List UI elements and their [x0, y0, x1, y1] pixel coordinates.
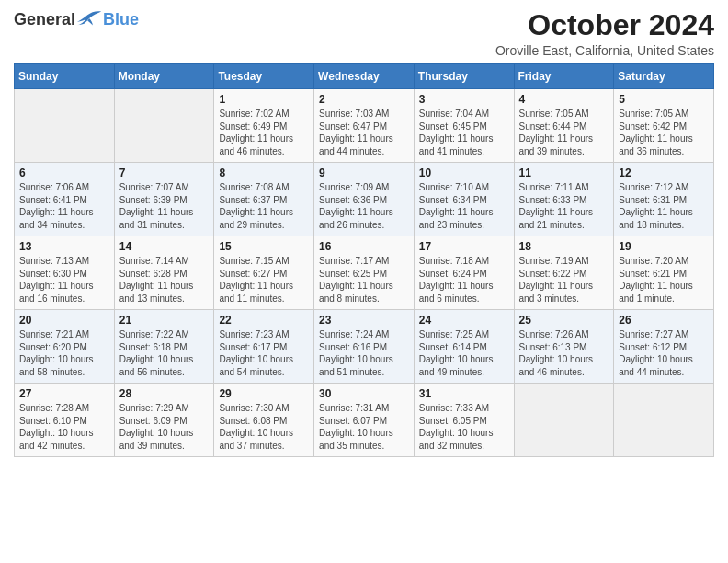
day-detail: Sunrise: 7:05 AMSunset: 6:44 PMDaylight:… [519, 109, 594, 156]
day-detail: Sunrise: 7:17 AMSunset: 6:25 PMDaylight:… [319, 256, 393, 304]
day-number: 12 [619, 167, 709, 179]
calendar-week-row: 1Sunrise: 7:02 AMSunset: 6:49 PMDaylight… [15, 89, 714, 163]
day-detail: Sunrise: 7:30 AMSunset: 6:08 PMDaylight:… [219, 403, 293, 451]
day-detail: Sunrise: 7:12 AMSunset: 6:31 PMDaylight:… [619, 182, 693, 230]
calendar-week-row: 20Sunrise: 7:21 AMSunset: 6:20 PMDayligh… [15, 310, 714, 384]
table-row: 17Sunrise: 7:18 AMSunset: 6:24 PMDayligh… [414, 236, 514, 310]
header-sunday: Sunday [15, 64, 115, 89]
day-detail: Sunrise: 7:04 AMSunset: 6:45 PMDaylight:… [419, 109, 494, 156]
table-row: 4Sunrise: 7:05 AMSunset: 6:44 PMDaylight… [514, 89, 614, 163]
table-row: 24Sunrise: 7:25 AMSunset: 6:14 PMDayligh… [414, 310, 514, 384]
day-number: 11 [519, 167, 609, 179]
table-row: 3Sunrise: 7:04 AMSunset: 6:45 PMDaylight… [414, 89, 514, 163]
day-detail: Sunrise: 7:28 AMSunset: 6:10 PMDaylight:… [19, 403, 94, 451]
calendar-week-row: 27Sunrise: 7:28 AMSunset: 6:10 PMDayligh… [15, 384, 714, 457]
day-number: 6 [19, 167, 109, 179]
table-row: 29Sunrise: 7:30 AMSunset: 6:08 PMDayligh… [214, 384, 314, 457]
day-number: 3 [419, 93, 509, 106]
day-detail: Sunrise: 7:21 AMSunset: 6:20 PMDaylight:… [19, 329, 94, 377]
day-number: 21 [119, 314, 210, 327]
table-row: 19Sunrise: 7:20 AMSunset: 6:21 PMDayligh… [614, 236, 714, 310]
calendar-table: Sunday Monday Tuesday Wednesday Thursday… [14, 63, 714, 457]
table-row: 13Sunrise: 7:13 AMSunset: 6:30 PMDayligh… [15, 236, 115, 310]
table-row [15, 89, 115, 163]
day-detail: Sunrise: 7:18 AMSunset: 6:24 PMDaylight:… [419, 256, 494, 304]
day-number: 8 [219, 167, 309, 179]
table-row: 11Sunrise: 7:11 AMSunset: 6:33 PMDayligh… [514, 163, 614, 236]
day-detail: Sunrise: 7:13 AMSunset: 6:30 PMDaylight:… [19, 256, 94, 304]
table-row: 16Sunrise: 7:17 AMSunset: 6:25 PMDayligh… [314, 236, 415, 310]
day-detail: Sunrise: 7:24 AMSunset: 6:16 PMDaylight:… [319, 329, 393, 377]
logo-bird-icon [77, 9, 103, 29]
page-title: October 2024 [495, 9, 714, 41]
table-row: 21Sunrise: 7:22 AMSunset: 6:18 PMDayligh… [114, 310, 214, 384]
table-row: 7Sunrise: 7:07 AMSunset: 6:39 PMDaylight… [114, 163, 214, 236]
day-detail: Sunrise: 7:10 AMSunset: 6:34 PMDaylight:… [419, 182, 494, 230]
day-number: 30 [319, 387, 409, 400]
table-row: 14Sunrise: 7:14 AMSunset: 6:28 PMDayligh… [114, 236, 214, 310]
header-thursday: Thursday [414, 64, 514, 89]
table-row: 20Sunrise: 7:21 AMSunset: 6:20 PMDayligh… [15, 310, 115, 384]
day-detail: Sunrise: 7:06 AMSunset: 6:41 PMDaylight:… [19, 182, 94, 230]
header-tuesday: Tuesday [214, 64, 314, 89]
calendar-week-row: 6Sunrise: 7:06 AMSunset: 6:41 PMDaylight… [15, 163, 714, 236]
day-number: 31 [419, 387, 509, 400]
day-detail: Sunrise: 7:26 AMSunset: 6:13 PMDaylight:… [519, 329, 594, 377]
day-detail: Sunrise: 7:31 AMSunset: 6:07 PMDaylight:… [319, 403, 393, 451]
table-row: 2Sunrise: 7:03 AMSunset: 6:47 PMDaylight… [314, 89, 415, 163]
table-row: 26Sunrise: 7:27 AMSunset: 6:12 PMDayligh… [614, 310, 714, 384]
table-row: 12Sunrise: 7:12 AMSunset: 6:31 PMDayligh… [614, 163, 714, 236]
logo-general-text: General [14, 10, 75, 29]
day-detail: Sunrise: 7:33 AMSunset: 6:05 PMDaylight:… [419, 403, 494, 451]
day-number: 24 [419, 314, 509, 327]
table-row: 18Sunrise: 7:19 AMSunset: 6:22 PMDayligh… [514, 236, 614, 310]
day-number: 2 [319, 93, 409, 106]
page-header: General Blue October 2024 Oroville East,… [14, 9, 714, 58]
day-detail: Sunrise: 7:20 AMSunset: 6:21 PMDaylight:… [619, 256, 693, 304]
day-number: 23 [319, 314, 409, 327]
day-detail: Sunrise: 7:05 AMSunset: 6:42 PMDaylight:… [619, 109, 693, 156]
day-number: 10 [419, 167, 509, 179]
day-detail: Sunrise: 7:25 AMSunset: 6:14 PMDaylight:… [419, 329, 494, 377]
calendar-week-row: 13Sunrise: 7:13 AMSunset: 6:30 PMDayligh… [15, 236, 714, 310]
day-number: 17 [419, 240, 509, 253]
table-row: 9Sunrise: 7:09 AMSunset: 6:36 PMDaylight… [314, 163, 415, 236]
day-number: 28 [119, 387, 210, 400]
day-detail: Sunrise: 7:08 AMSunset: 6:37 PMDaylight:… [219, 182, 293, 230]
table-row: 6Sunrise: 7:06 AMSunset: 6:41 PMDaylight… [15, 163, 115, 236]
table-row [114, 89, 214, 163]
header-friday: Friday [514, 64, 614, 89]
day-detail: Sunrise: 7:09 AMSunset: 6:36 PMDaylight:… [319, 182, 393, 230]
header-monday: Monday [114, 64, 214, 89]
day-number: 5 [619, 93, 709, 106]
day-number: 22 [219, 314, 309, 327]
day-number: 20 [19, 314, 109, 327]
table-row: 23Sunrise: 7:24 AMSunset: 6:16 PMDayligh… [314, 310, 415, 384]
day-number: 4 [519, 93, 609, 106]
table-row: 8Sunrise: 7:08 AMSunset: 6:37 PMDaylight… [214, 163, 314, 236]
day-number: 16 [319, 240, 409, 253]
day-detail: Sunrise: 7:07 AMSunset: 6:39 PMDaylight:… [119, 182, 194, 230]
day-number: 14 [119, 240, 210, 253]
header-saturday: Saturday [614, 64, 714, 89]
logo: General Blue [14, 9, 139, 29]
table-row: 25Sunrise: 7:26 AMSunset: 6:13 PMDayligh… [514, 310, 614, 384]
table-row: 22Sunrise: 7:23 AMSunset: 6:17 PMDayligh… [214, 310, 314, 384]
header-wednesday: Wednesday [314, 64, 415, 89]
table-row: 31Sunrise: 7:33 AMSunset: 6:05 PMDayligh… [414, 384, 514, 457]
table-row: 15Sunrise: 7:15 AMSunset: 6:27 PMDayligh… [214, 236, 314, 310]
title-block: October 2024 Oroville East, California, … [495, 9, 714, 58]
day-number: 15 [219, 240, 309, 253]
day-number: 1 [219, 93, 309, 106]
day-detail: Sunrise: 7:19 AMSunset: 6:22 PMDaylight:… [519, 256, 594, 304]
day-detail: Sunrise: 7:29 AMSunset: 6:09 PMDaylight:… [119, 403, 194, 451]
day-number: 25 [519, 314, 609, 327]
table-row: 1Sunrise: 7:02 AMSunset: 6:49 PMDaylight… [214, 89, 314, 163]
table-row: 5Sunrise: 7:05 AMSunset: 6:42 PMDaylight… [614, 89, 714, 163]
table-row: 27Sunrise: 7:28 AMSunset: 6:10 PMDayligh… [15, 384, 115, 457]
day-number: 19 [619, 240, 709, 253]
day-detail: Sunrise: 7:15 AMSunset: 6:27 PMDaylight:… [219, 256, 293, 304]
day-detail: Sunrise: 7:14 AMSunset: 6:28 PMDaylight:… [119, 256, 194, 304]
day-detail: Sunrise: 7:02 AMSunset: 6:49 PMDaylight:… [219, 109, 293, 156]
page-subtitle: Oroville East, California, United States [495, 43, 714, 58]
